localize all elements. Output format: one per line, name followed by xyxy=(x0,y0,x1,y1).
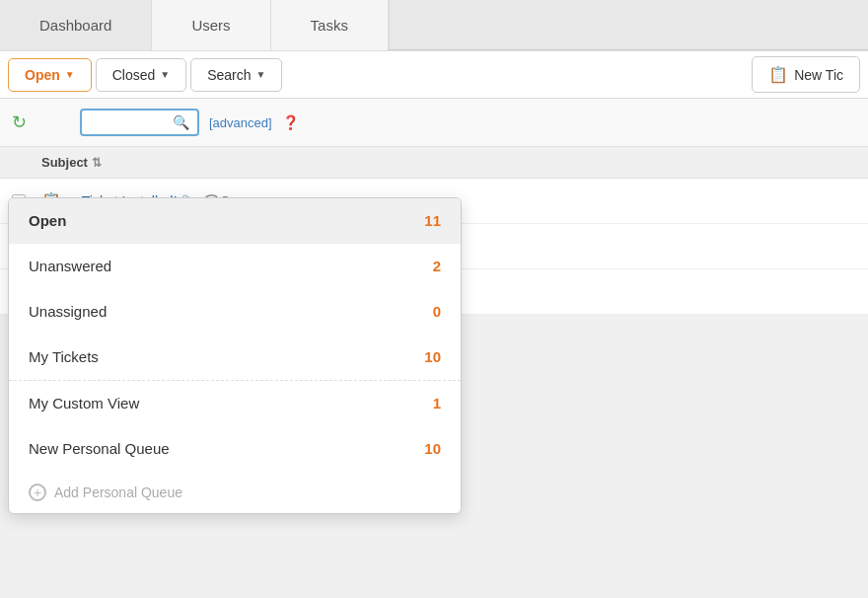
ticket-toolbar: Open ▼ Closed ▼ Search ▼ 📋 New Tic xyxy=(0,51,868,99)
advanced-search-link[interactable]: [advanced] xyxy=(209,115,272,130)
nav-tab-users[interactable]: Users xyxy=(152,0,270,50)
help-icon[interactable]: ❓ xyxy=(282,114,299,130)
filter-row: ↻ 🔍 [advanced] ❓ xyxy=(0,99,868,147)
search-arrow-icon: ▼ xyxy=(256,69,266,80)
top-nav: Dashboard Users Tasks xyxy=(0,0,868,51)
content-area: ↻ 🔍 [advanced] ❓ Subject ⇅ 📋 osTicket In… xyxy=(0,99,868,315)
dropdown-item-unanswered[interactable]: Unanswered 2 xyxy=(9,244,461,289)
new-personal-queue-count: 10 xyxy=(424,440,441,457)
search-box: 🔍 xyxy=(80,109,199,136)
closed-arrow-icon: ▼ xyxy=(160,69,170,80)
sort-icon[interactable]: ⇅ xyxy=(92,156,102,170)
open-dropdown-menu: Open 11 Unanswered 2 Unassigned 0 My Tic… xyxy=(8,197,462,514)
dropdown-item-my-custom-view[interactable]: My Custom View 1 xyxy=(9,380,461,426)
dropdown-item-open[interactable]: Open 11 xyxy=(9,198,461,244)
refresh-icon[interactable]: ↻ xyxy=(12,112,27,133)
search-button[interactable]: Search ▼ xyxy=(190,58,282,92)
open-arrow-icon: ▼ xyxy=(65,69,75,80)
search-input[interactable] xyxy=(90,115,169,130)
my-custom-view-count: 1 xyxy=(433,395,441,411)
new-ticket-icon: 📋 xyxy=(768,65,788,84)
add-personal-queue-button[interactable]: + Add Personal Queue xyxy=(9,472,461,513)
open-count: 11 xyxy=(424,212,441,229)
search-magnifier-icon: 🔍 xyxy=(173,114,189,130)
nav-tab-dashboard[interactable]: Dashboard xyxy=(0,0,152,50)
header-subject-col: Subject ⇅ xyxy=(41,155,856,170)
dropdown-item-unassigned[interactable]: Unassigned 0 xyxy=(9,289,461,335)
open-tickets-button[interactable]: Open ▼ xyxy=(8,58,92,92)
dropdown-item-new-personal-queue[interactable]: New Personal Queue 10 xyxy=(9,426,461,472)
unanswered-count: 2 xyxy=(433,258,441,274)
closed-tickets-button[interactable]: Closed ▼ xyxy=(96,58,187,92)
nav-tab-tasks[interactable]: Tasks xyxy=(271,0,389,50)
add-circle-icon: + xyxy=(29,484,46,501)
dropdown-item-my-tickets[interactable]: My Tickets 10 xyxy=(9,335,461,380)
my-tickets-count: 10 xyxy=(424,348,441,365)
unassigned-count: 0 xyxy=(433,303,441,320)
new-ticket-button[interactable]: 📋 New Tic xyxy=(752,56,860,93)
table-header: Subject ⇅ xyxy=(0,147,868,179)
